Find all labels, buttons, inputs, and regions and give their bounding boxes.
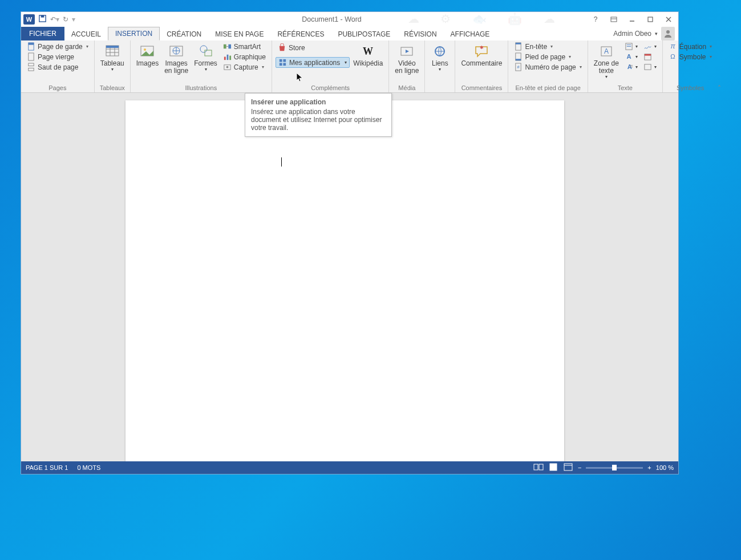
my-apps-button[interactable]: Mes applications▾: [276, 57, 350, 68]
svg-rect-19: [106, 46, 119, 48]
window-title: Document1 - Word: [75, 15, 588, 23]
svg-text:A: A: [604, 47, 609, 55]
group-label-headerfooter: En-tête et pied de page: [512, 84, 584, 92]
images-online-button[interactable]: Images en ligne: [162, 42, 191, 76]
cover-page-button[interactable]: Page de garde: [25, 42, 91, 51]
view-web-layout-button[interactable]: [563, 462, 573, 473]
symbol-button[interactable]: ΩSymbole: [666, 52, 714, 62]
zoom-level[interactable]: 100 %: [656, 464, 674, 471]
svg-rect-13: [29, 68, 34, 71]
tab-accueil[interactable]: ACCUEIL: [64, 28, 108, 40]
svg-text:A: A: [626, 53, 631, 60]
page-number-button[interactable]: #Numéro de page: [512, 62, 584, 72]
tooltip-body: Insérez une application dans votre docum…: [251, 108, 386, 132]
wordart-button[interactable]: A▾: [622, 52, 640, 62]
svg-text:✱: ✱: [480, 45, 484, 50]
close-button[interactable]: [661, 14, 676, 25]
svg-text:W: W: [363, 46, 373, 57]
svg-rect-2: [611, 17, 617, 22]
object-button[interactable]: ▾: [641, 62, 659, 72]
tab-creation[interactable]: CRÉATION: [160, 28, 208, 40]
zoom-out-button[interactable]: −: [578, 464, 581, 471]
zoom-slider[interactable]: [586, 467, 643, 469]
minimize-button[interactable]: [625, 14, 639, 25]
redo-button[interactable]: ↻: [63, 15, 68, 23]
svg-rect-5: [648, 17, 653, 22]
text-box-button[interactable]: AZone de texte▾: [592, 42, 621, 81]
user-name[interactable]: Admin Obeo: [613, 30, 651, 38]
status-page[interactable]: PAGE 1 SUR 1: [26, 464, 68, 471]
wikipedia-button[interactable]: WWikipédia: [351, 42, 385, 68]
capture-button[interactable]: Capture: [221, 62, 268, 72]
page-break-button[interactable]: Saut de page: [25, 62, 91, 72]
ribbon-display-button[interactable]: [606, 14, 621, 25]
tab-fichier[interactable]: FICHIER: [21, 27, 64, 40]
group-complements: Store Mes applications▾ WWikipédia Compl…: [272, 40, 389, 92]
tab-publipostage[interactable]: PUBLIPOSTAGE: [331, 28, 397, 40]
group-illustrations: Images Images en ligne Formes▾ SmartArt …: [131, 40, 272, 92]
group-label-pages: Pages: [25, 84, 91, 92]
group-label-symbols: Symboles: [666, 84, 714, 92]
tab-affichage[interactable]: AFFICHAGE: [444, 28, 497, 40]
user-menu-dropdown[interactable]: ▾: [655, 31, 658, 36]
group-label-tables: Tableaux: [98, 84, 127, 92]
svg-text:#: #: [517, 64, 520, 70]
comment-button[interactable]: ✱Commentaire: [459, 42, 504, 68]
view-print-layout-button[interactable]: [548, 462, 558, 473]
equation-button[interactable]: πÉquation: [666, 42, 714, 51]
document-page[interactable]: [125, 100, 564, 461]
tab-mise-en-page[interactable]: MISE EN PAGE: [208, 28, 270, 40]
quick-access-toolbar: W ↶▾ ↻ ▾: [23, 14, 75, 25]
online-video-button[interactable]: Vidéo en ligne: [392, 42, 421, 76]
help-button[interactable]: ?: [588, 14, 603, 25]
svg-marker-40: [406, 50, 409, 53]
images-button[interactable]: Images: [134, 42, 161, 68]
maximize-button[interactable]: [643, 14, 658, 25]
group-label-text: Texte: [592, 84, 659, 92]
dropcap-button[interactable]: A▾: [622, 62, 640, 72]
header-button[interactable]: En-tête: [512, 42, 584, 51]
group-pages: Page de garde Page vierge Saut de page P…: [21, 40, 95, 92]
svg-rect-29: [224, 57, 226, 60]
svg-rect-37: [283, 63, 286, 66]
svg-rect-59: [645, 54, 651, 56]
collapse-ribbon-button[interactable]: ˄: [718, 40, 721, 92]
svg-point-8: [666, 30, 670, 34]
quickparts-button[interactable]: ▾: [622, 42, 640, 51]
status-words[interactable]: 0 MOTS: [77, 464, 100, 471]
mouse-cursor-icon: [296, 72, 304, 84]
datetime-button[interactable]: [641, 52, 659, 62]
tab-insertion[interactable]: INSERTION: [108, 27, 160, 40]
wikipedia-icon: W: [360, 43, 376, 60]
user-avatar-icon[interactable]: [661, 27, 675, 40]
footer-button[interactable]: Pied de page: [512, 52, 584, 62]
chart-button[interactable]: Graphique: [221, 52, 268, 62]
document-area[interactable]: [21, 93, 678, 461]
smartart-button[interactable]: SmartArt: [221, 42, 268, 51]
group-text: AZone de texte▾ ▾ A▾ A▾ ▾ ▾ Texte: [588, 40, 663, 92]
view-read-mode-button[interactable]: [533, 462, 544, 473]
table-button[interactable]: Tableau▾: [98, 42, 127, 74]
store-button[interactable]: Store: [276, 43, 350, 52]
svg-rect-46: [516, 59, 521, 60]
svg-text:Ω: Ω: [670, 53, 675, 60]
svg-rect-34: [280, 59, 282, 62]
svg-rect-64: [539, 464, 543, 470]
save-icon[interactable]: [38, 14, 47, 25]
group-label-illustrations: Illustrations: [134, 84, 268, 92]
tab-revision[interactable]: RÉVISION: [397, 28, 443, 40]
links-button[interactable]: Liens▾: [428, 42, 451, 74]
signature-button[interactable]: ▾: [641, 42, 659, 51]
tab-references[interactable]: RÉFÉRENCES: [270, 28, 331, 40]
group-media: Vidéo en ligne Média: [389, 40, 425, 92]
group-comments: ✱Commentaire Commentaires: [455, 40, 508, 92]
text-cursor: [281, 157, 282, 167]
blank-page-button[interactable]: Page vierge: [25, 52, 91, 62]
group-label-comments: Commentaires: [459, 84, 504, 92]
svg-point-33: [226, 66, 228, 68]
svg-rect-35: [283, 59, 286, 62]
shapes-button[interactable]: Formes▾: [192, 42, 220, 74]
svg-rect-25: [205, 50, 212, 56]
undo-button[interactable]: ↶▾: [50, 15, 59, 23]
zoom-in-button[interactable]: +: [647, 464, 651, 471]
